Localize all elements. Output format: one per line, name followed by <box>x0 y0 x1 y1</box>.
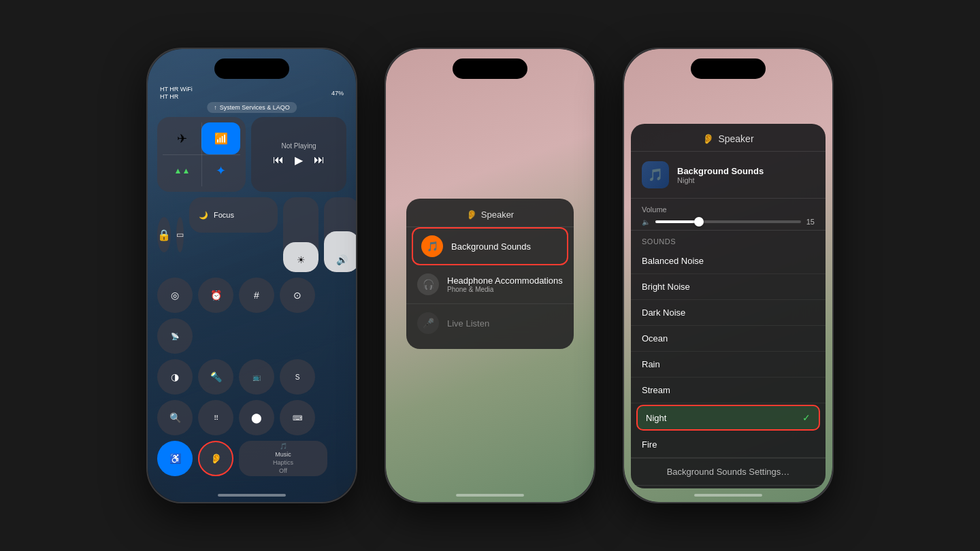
hearing-button[interactable]: 👂 <box>198 441 233 476</box>
background-sounds-label: Background Sounds <box>451 241 531 252</box>
phone-2: 👂 Speaker 🎵 Background Sounds 🎧 Headphon… <box>385 48 595 503</box>
sound-item-dark-noise[interactable]: Dark Noise <box>631 300 826 326</box>
live-listen-label: Live Listen <box>447 318 489 329</box>
headphone-footer: Headphone <box>631 485 826 488</box>
airplane-mode-button[interactable]: ✈ <box>163 122 201 154</box>
keyboard-button[interactable]: ⌨ <box>280 400 315 435</box>
sound-item-bright-noise[interactable]: Bright Noise <box>631 274 826 300</box>
connectivity-block[interactable]: ✈ 📶 ▲▲ ✦ <box>157 117 246 192</box>
brightness-slider[interactable]: ☀ <box>283 197 318 272</box>
sound-item-balanced-noise[interactable]: Balanced Noise <box>631 248 826 274</box>
sounds-album-art: 🎵 <box>642 161 669 188</box>
sound-item-night[interactable]: Night ✓ <box>636 405 820 431</box>
speaker-header-icon: 👂 <box>466 210 477 220</box>
radio-button[interactable]: 📡 <box>157 318 193 354</box>
sliders: ☀ 🔊 <box>283 197 356 272</box>
headphone-accommodations-item[interactable]: 🎧 Headphone Accommodations Phone & Media <box>406 265 574 304</box>
music-haptics-icon: 🎵 <box>280 443 287 450</box>
phone-1: HT HR WiFi HT HR 47% ↑ System Services &… <box>146 48 357 503</box>
not-playing-label: Not Playing <box>281 142 316 150</box>
torch-button[interactable]: 🔦 <box>198 359 233 395</box>
dynamic-island-2 <box>453 59 527 79</box>
braille-button[interactable]: ⠿ <box>198 400 233 435</box>
sound-item-rain[interactable]: Rain <box>631 352 826 378</box>
home-indicator <box>218 494 286 497</box>
volume-thumb <box>694 217 704 227</box>
sound-item-fire[interactable]: Fire <box>631 432 826 458</box>
headphone-text: Headphone Accommodations Phone & Media <box>447 276 563 293</box>
scan-button[interactable]: ⊙ <box>280 278 315 313</box>
sound-label-night: Night <box>646 413 666 423</box>
calculator-button[interactable]: # <box>239 278 274 313</box>
invert-button[interactable]: ◑ <box>157 359 193 395</box>
shazam-button[interactable]: S <box>280 359 315 395</box>
speaker-menu: 👂 Speaker 🎵 Background Sounds 🎧 Headphon… <box>406 199 574 349</box>
accessibility-button[interactable]: ♿ <box>157 441 193 476</box>
background-sounds-icon: 🎵 <box>421 235 443 257</box>
sounds-panel-header: 👂 Speaker <box>631 124 826 152</box>
sounds-header-label: Speaker <box>718 133 753 144</box>
location-banner: ↑ System Services & LAQO <box>207 102 297 113</box>
wifi-button[interactable]: 📶 <box>201 122 240 154</box>
status-battery: 47% <box>331 90 344 97</box>
sound-label-dark-noise: Dark Noise <box>642 307 685 318</box>
music-haptics-sub: Haptics <box>273 459 293 466</box>
prev-track-button[interactable]: ⏮ <box>273 154 284 167</box>
sound-item-ocean[interactable]: Ocean <box>631 326 826 352</box>
sounds-volume-section: Volume 🔈 15 <box>631 199 826 231</box>
status-bar: HT HR WiFi HT HR 47% <box>160 86 344 100</box>
control-center-grid: ✈ 📶 ▲▲ ✦ Not Playing ⏮ ▶ ⏭ <box>157 117 346 488</box>
sound-item-stream[interactable]: Stream <box>631 378 826 403</box>
volume-track[interactable] <box>655 220 801 223</box>
volume-fill <box>655 220 699 223</box>
home-indicator-3 <box>694 494 762 497</box>
sounds-np-subtitle: Night <box>677 176 815 184</box>
location-arrow-icon: ↑ <box>214 104 217 111</box>
screen-rotate-lock-button[interactable]: 🔒 <box>157 217 171 252</box>
phone-screen-sounds-list: 👂 Speaker 🎵 Background Sounds Night Volu… <box>624 49 832 502</box>
magnifier-button[interactable]: 🔍 <box>157 400 193 435</box>
media-player-block[interactable]: Not Playing ⏮ ▶ ⏭ <box>251 117 346 192</box>
music-haptics-off: Off <box>279 467 287 474</box>
screen-record-button[interactable]: ⬤ <box>239 400 274 435</box>
network-2-label: HT HR <box>160 93 193 100</box>
focus-button[interactable]: 🌙 Focus <box>189 197 278 233</box>
volume-icon: 🔊 <box>336 254 348 265</box>
phone-screen-speaker-menu: 👂 Speaker 🎵 Background Sounds 🎧 Headphon… <box>386 49 594 502</box>
alarm-button[interactable]: ⏰ <box>198 278 233 313</box>
sound-label-ocean: Ocean <box>642 333 668 344</box>
sound-label-balanced-noise: Balanced Noise <box>642 256 704 266</box>
live-listen-text: Live Listen <box>447 318 489 329</box>
remote-button[interactable]: 📺 <box>239 359 274 395</box>
brightness-icon: ☀ <box>297 254 306 265</box>
sound-label-fire: Fire <box>642 439 657 450</box>
background-sounds-text: Background Sounds <box>451 241 531 252</box>
music-haptics-label: Music <box>275 451 291 458</box>
music-haptics-button[interactable]: 🎵 Music Haptics Off <box>239 441 327 476</box>
play-button[interactable]: ▶ <box>295 154 303 167</box>
dynamic-island-3 <box>691 59 766 79</box>
bluetooth-button[interactable]: ✦ <box>201 154 240 186</box>
live-listen-item[interactable]: 🎤 Live Listen <box>406 304 574 342</box>
speaker-header-label: Speaker <box>481 210 514 220</box>
volume-label: Volume <box>642 205 815 214</box>
sounds-header-icon: 👂 <box>702 133 714 144</box>
network-1-label: HT HR WiFi <box>160 86 193 93</box>
live-listen-icon: 🎤 <box>417 312 439 334</box>
cellular-button[interactable]: ▲▲ <box>163 154 201 186</box>
volume-slider[interactable]: 🔊 <box>324 197 356 272</box>
speaker-header: 👂 Speaker <box>406 205 574 227</box>
portrait-lock-button[interactable]: ◎ <box>157 278 193 313</box>
airplay-button[interactable]: ▭ <box>176 217 184 252</box>
phone-3: 👂 Speaker 🎵 Background Sounds Night Volu… <box>623 48 834 503</box>
headphone-icon: 🎧 <box>417 273 439 295</box>
control-buttons-row-2: ◑ 🔦 📺 S <box>157 359 346 395</box>
next-track-button[interactable]: ⏭ <box>314 154 325 167</box>
sounds-np-text: Background Sounds Night <box>677 166 815 184</box>
background-sounds-settings-button[interactable]: Background Sounds Settings… <box>631 458 826 485</box>
night-check-icon: ✓ <box>802 412 811 423</box>
phone-screen-control-center: HT HR WiFi HT HR 47% ↑ System Services &… <box>148 49 356 502</box>
battery-label: 47% <box>331 90 344 97</box>
volume-min-icon: 🔈 <box>642 218 650 226</box>
background-sounds-item[interactable]: 🎵 Background Sounds <box>412 227 568 265</box>
